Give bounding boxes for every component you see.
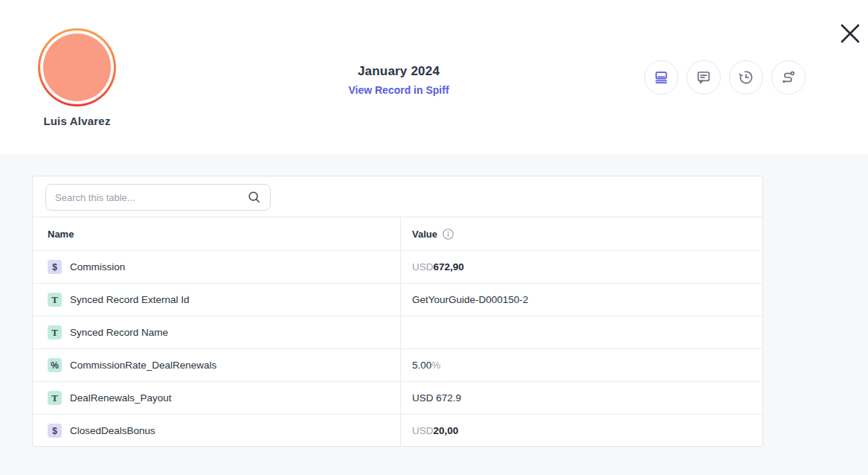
comments-icon bbox=[695, 68, 713, 86]
field-type-badge: $ bbox=[48, 424, 62, 438]
search-box bbox=[45, 184, 271, 211]
field-name: CommissionRate_DealRenewals bbox=[70, 360, 216, 371]
view-record-link[interactable]: View Record in Spiff bbox=[348, 84, 449, 96]
avatar bbox=[38, 28, 116, 106]
field-type-badge: $ bbox=[48, 260, 62, 274]
table-row[interactable]: T Synced Record Name bbox=[33, 316, 762, 348]
table-row[interactable]: $ ClosedDealsBonus USD 20,00 bbox=[33, 414, 762, 447]
trace-route-icon bbox=[779, 68, 797, 86]
table-row[interactable]: % CommissionRate_DealRenewals 5.00% bbox=[33, 348, 762, 381]
field-type-badge: % bbox=[48, 358, 62, 372]
modal-body: Name Value $ Commission USD 672,90 bbox=[0, 154, 868, 475]
history-button[interactable] bbox=[729, 60, 763, 95]
history-icon bbox=[737, 68, 755, 86]
period-title: January 2024 bbox=[348, 64, 449, 79]
field-value: 5.00% bbox=[400, 349, 762, 381]
field-type-badge: T bbox=[48, 391, 62, 405]
field-value: USD 20,00 bbox=[400, 415, 762, 447]
close-icon bbox=[840, 23, 861, 46]
period-header: January 2024 View Record in Spiff bbox=[348, 64, 449, 97]
user-name: Luis Alvarez bbox=[38, 115, 116, 127]
statement-view-button[interactable] bbox=[644, 60, 678, 95]
table-row[interactable]: $ Commission USD 672,90 bbox=[33, 250, 762, 283]
modal-header: Luis Alvarez January 2024 View Record in… bbox=[0, 0, 868, 154]
field-name: DealRenewals_Payout bbox=[70, 392, 172, 404]
field-value: USD 672,90 bbox=[400, 251, 762, 283]
field-name: Synced Record External Id bbox=[70, 294, 190, 305]
info-icon[interactable] bbox=[443, 229, 454, 240]
table-search-row bbox=[33, 176, 762, 217]
field-type-badge: T bbox=[48, 325, 62, 339]
close-button[interactable] bbox=[838, 22, 863, 47]
search-input[interactable] bbox=[46, 192, 248, 203]
column-header-value: Value bbox=[400, 217, 762, 250]
table-row[interactable]: T DealRenewals_Payout USD 672.9 bbox=[33, 381, 762, 414]
statement-view-icon bbox=[652, 68, 670, 86]
statement-modal: Luis Alvarez January 2024 View Record in… bbox=[0, 0, 868, 475]
column-header-name: Name bbox=[33, 217, 400, 250]
fields-table: Name Value $ Commission USD 672,90 bbox=[32, 176, 763, 447]
table-body: $ Commission USD 672,90 T Synced Record … bbox=[33, 250, 762, 447]
search-icon bbox=[248, 191, 270, 204]
field-name: ClosedDealsBonus bbox=[70, 425, 155, 436]
header-toolbar bbox=[644, 60, 806, 95]
table-row[interactable]: T Synced Record External Id GetYourGuide… bbox=[33, 283, 762, 316]
user-profile: Luis Alvarez bbox=[38, 28, 116, 127]
field-value bbox=[400, 316, 762, 348]
field-value: USD 672.9 bbox=[400, 382, 762, 414]
column-header-value-label: Value bbox=[412, 229, 437, 240]
trace-route-button[interactable] bbox=[771, 60, 806, 95]
field-value: GetYourGuide-D000150-2 bbox=[400, 284, 762, 316]
field-type-badge: T bbox=[48, 293, 62, 307]
field-name: Commission bbox=[70, 261, 125, 272]
table-header-row: Name Value bbox=[33, 217, 762, 250]
field-name: Synced Record Name bbox=[70, 327, 168, 338]
comments-button[interactable] bbox=[687, 60, 721, 95]
